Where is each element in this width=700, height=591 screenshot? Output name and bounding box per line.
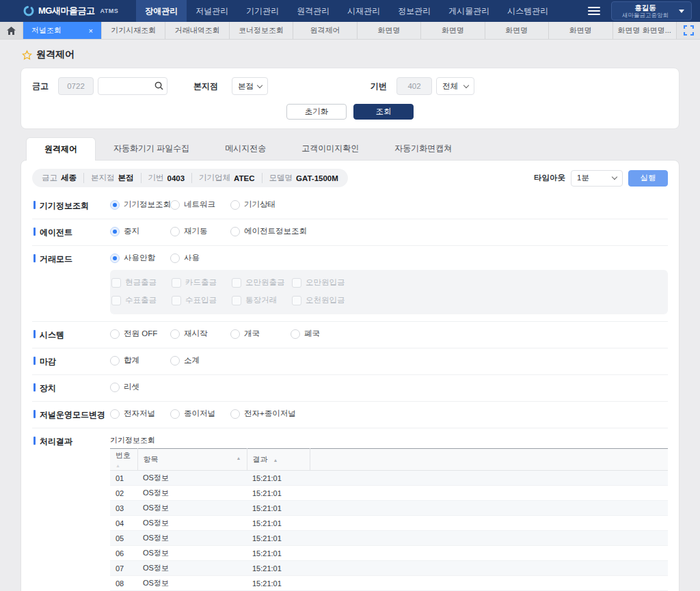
hamburger-menu-icon[interactable]	[588, 7, 600, 15]
label-bar	[33, 357, 36, 365]
table-row[interactable]: 08OS정보15:21:01	[110, 576, 668, 591]
radio-group: 전원 OFF재시작개국폐국	[110, 329, 668, 339]
label-bar	[33, 330, 36, 338]
open-tab[interactable]: 원격제어	[293, 22, 357, 39]
content-tab-고객이미지확인[interactable]: 고객이미지확인	[284, 137, 377, 160]
open-tab[interactable]: 저널조회×	[23, 22, 102, 39]
radio-label: 전원 OFF	[124, 329, 157, 339]
open-tab-label: 코너정보조회	[239, 25, 284, 36]
run-button[interactable]: 실행	[628, 170, 668, 187]
open-tab[interactable]: 기기시재조회	[102, 22, 165, 39]
radio-icon	[291, 329, 300, 339]
radio-option[interactable]: 전자저널	[110, 409, 170, 419]
radio-option[interactable]: 소계	[170, 355, 230, 366]
table-row[interactable]: 06OS정보15:21:01	[110, 546, 668, 561]
favorite-star-icon[interactable]	[22, 50, 32, 60]
close-icon[interactable]: ×	[89, 27, 93, 35]
column-header-label: 항목	[144, 455, 159, 463]
nav-item-정보관리[interactable]: 정보관리	[389, 0, 440, 22]
content-tab-원격제어[interactable]: 원격제어	[26, 137, 96, 161]
nav-item-시스템관리[interactable]: 시스템관리	[498, 0, 557, 22]
geumgo-code-field[interactable]	[58, 77, 94, 95]
content-tab-자동기화면캡쳐[interactable]: 자동기화면캡쳐	[377, 137, 470, 160]
fullscreen-icon[interactable]	[677, 22, 700, 39]
open-tab[interactable]: 화면명	[421, 22, 485, 39]
search-button[interactable]: 조회	[353, 104, 414, 120]
content-tab-자동화기기 파일수집[interactable]: 자동화기기 파일수집	[96, 137, 207, 160]
branch-select[interactable]: 본점	[232, 77, 268, 95]
radio-option[interactable]: 개국	[230, 329, 291, 339]
open-tab[interactable]: 코너정보조회	[230, 22, 293, 39]
result-cell: 15:21:01	[247, 501, 310, 516]
radio-option[interactable]: 전원 OFF	[110, 329, 170, 339]
radio-option[interactable]: 리셋	[110, 382, 170, 392]
table-row[interactable]: 01OS정보15:21:01	[110, 471, 668, 486]
search-icon[interactable]	[154, 81, 163, 93]
form-row-거래모드: 거래모드사용안함사용현금출금카드출금오만원출금오만원입금수표출금수표입금통장거래…	[32, 246, 668, 322]
checkbox-icon	[292, 278, 301, 288]
sort-arrow-icon[interactable]: ▲	[237, 456, 241, 461]
chevron-down-icon	[612, 174, 617, 180]
radio-option[interactable]: 재시작	[170, 329, 230, 339]
item-cell: OS정보	[137, 501, 247, 516]
open-tab[interactable]: 화면명	[549, 22, 612, 39]
radio-option[interactable]: 재기동	[170, 226, 230, 236]
open-tab[interactable]: 화면명	[485, 22, 549, 39]
radio-option[interactable]: 합계	[110, 355, 170, 366]
nav-item-장애관리[interactable]: 장애관리	[136, 0, 187, 22]
gibun-select[interactable]: 전체	[436, 77, 474, 95]
radio-option[interactable]: 에이전트정보조회	[230, 226, 291, 236]
nav-item-원격관리[interactable]: 원격관리	[288, 0, 338, 22]
home-tab[interactable]	[0, 22, 23, 39]
open-tab[interactable]: 거래내역조회	[165, 22, 229, 39]
sort-arrow-icon[interactable]: ▲	[116, 463, 120, 468]
chevron-down-icon	[257, 82, 262, 87]
open-tab[interactable]: 화면명 화면명...	[613, 22, 677, 39]
device-info-item: 금고세종	[42, 173, 77, 183]
table-row[interactable]: 02OS정보15:21:01	[110, 486, 668, 501]
nav-item-저널관리[interactable]: 저널관리	[187, 0, 237, 22]
open-tab[interactable]: 화면명	[358, 22, 421, 39]
row-content: 기기정보조회번호▲항목▲결과▲01OS정보15:21:0102OS정보15:21…	[110, 435, 668, 591]
form-row-에이전트: 에이전트중지재기동에이전트정보조회	[32, 219, 668, 246]
column-header-번호[interactable]: 번호▲	[110, 449, 137, 471]
result-table-body: 01OS정보15:21:0102OS정보15:21:0103OS정보15:21:…	[110, 471, 668, 591]
nav-item-기기관리[interactable]: 기기관리	[237, 0, 288, 22]
column-header-결과[interactable]: 결과▲	[247, 449, 310, 471]
user-name: 홍길동	[619, 3, 672, 12]
nav-item-시재관리[interactable]: 시재관리	[338, 0, 389, 22]
table-row[interactable]: 03OS정보15:21:01	[110, 501, 668, 516]
open-tab-label: 화면명	[442, 25, 464, 36]
sort-arrow-icon[interactable]: ▲	[273, 458, 278, 463]
user-organization: 새마을금고중앙회	[619, 12, 672, 18]
radio-option[interactable]: 사용안함	[110, 253, 170, 263]
table-row[interactable]: 05OS정보15:21:01	[110, 531, 668, 546]
radio-option[interactable]: 기기상태	[230, 200, 291, 210]
user-dropdown[interactable]: 홍길동 새마을금고중앙회	[611, 1, 692, 20]
row-content: 중지재기동에이전트정보조회	[110, 226, 668, 238]
table-row[interactable]: 04OS정보15:21:01	[110, 516, 668, 531]
column-header-항목[interactable]: 항목▲	[137, 449, 247, 471]
nav-item-게시물관리[interactable]: 게시물관리	[440, 0, 498, 22]
device-info-value: ATEC	[234, 174, 254, 182]
radio-option[interactable]: 기기정보조회	[110, 200, 170, 210]
radio-option[interactable]: 중지	[110, 226, 170, 236]
row-label-text: 에이전트	[40, 227, 72, 238]
filler-cell	[310, 546, 668, 561]
checkbox-label: 수표입금	[185, 295, 217, 305]
label-bar	[33, 201, 36, 209]
checkbox-label: 카드출금	[185, 277, 217, 288]
radio-icon	[230, 329, 240, 339]
timeout-select[interactable]: 1분	[571, 170, 623, 187]
reset-button[interactable]: 초기화	[286, 104, 347, 120]
table-row[interactable]: 07OS정보15:21:01	[110, 561, 668, 576]
radio-option[interactable]: 네트워크	[170, 200, 230, 210]
radio-option[interactable]: 종이저널	[170, 409, 230, 419]
radio-option[interactable]: 사용	[170, 253, 230, 263]
radio-icon	[170, 329, 180, 339]
gibun-code-field[interactable]	[396, 77, 432, 95]
radio-option[interactable]: 전자+종이저널	[230, 409, 291, 419]
radio-option[interactable]: 폐국	[291, 329, 351, 339]
content-tab-메시지전송[interactable]: 메시지전송	[207, 137, 284, 160]
label-bar	[33, 383, 36, 391]
